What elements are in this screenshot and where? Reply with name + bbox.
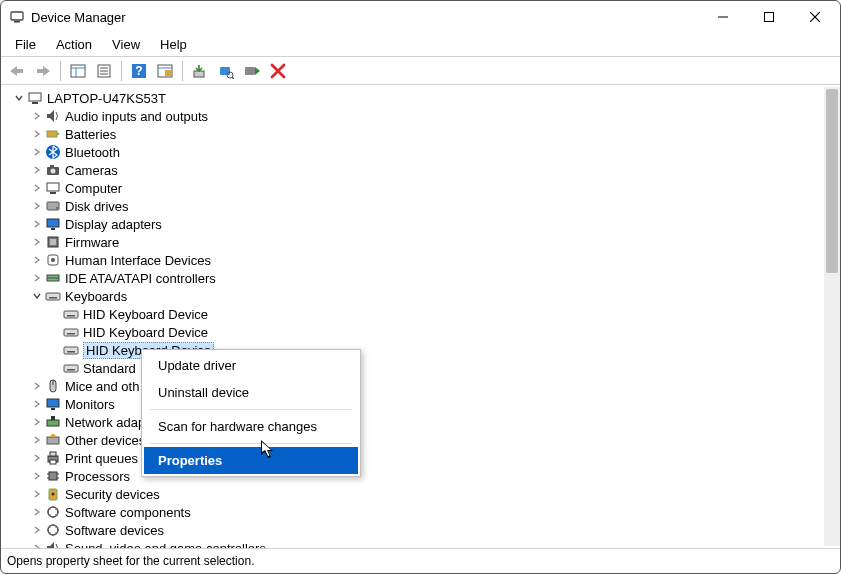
show-hide-console-button[interactable] xyxy=(66,59,90,83)
tree-node[interactable]: Sound, video and game controllers xyxy=(11,539,832,548)
expand-icon[interactable] xyxy=(29,526,45,534)
collapse-icon[interactable] xyxy=(11,94,27,102)
maximize-button[interactable] xyxy=(746,1,792,33)
expand-icon[interactable] xyxy=(29,184,45,192)
tree-node[interactable]: Batteries xyxy=(11,125,832,143)
context-menu-item[interactable]: Update driver xyxy=(144,352,358,379)
svg-rect-9 xyxy=(37,69,43,73)
svg-rect-7 xyxy=(17,69,23,73)
keyboard-icon xyxy=(63,342,79,358)
svg-rect-42 xyxy=(51,228,55,230)
expand-icon[interactable] xyxy=(29,148,45,156)
tree-node-label: Display adapters xyxy=(65,217,162,232)
expand-icon[interactable] xyxy=(29,454,45,462)
expand-icon[interactable] xyxy=(29,220,45,228)
tree-node[interactable]: Software components xyxy=(11,503,832,521)
svg-point-91 xyxy=(52,493,55,496)
tree-node[interactable]: Computer xyxy=(11,179,832,197)
computer-icon xyxy=(45,180,61,196)
tree-leaf[interactable]: HID Keyboard Device xyxy=(11,305,832,323)
software-icon xyxy=(45,522,61,538)
uninstall-device-toolbar-button[interactable] xyxy=(266,59,290,83)
svg-rect-23 xyxy=(220,67,230,75)
expand-icon[interactable] xyxy=(29,202,45,210)
close-button[interactable] xyxy=(792,1,838,33)
scrollbar-thumb[interactable] xyxy=(826,89,838,273)
help-toolbar-button[interactable]: ? xyxy=(127,59,151,83)
tree-node-label: Monitors xyxy=(65,397,115,412)
svg-rect-29 xyxy=(32,102,38,104)
expand-icon[interactable] xyxy=(29,382,45,390)
collapse-icon[interactable] xyxy=(29,292,45,300)
device-tree[interactable]: LAPTOP-U47KS53T Audio inputs and outputs… xyxy=(7,87,834,548)
tree-node[interactable]: Other devices xyxy=(11,431,832,449)
tree-node[interactable]: Human Interface Devices xyxy=(11,251,832,269)
context-menu-item[interactable]: Properties xyxy=(144,447,358,474)
context-menu-item[interactable]: Uninstall device xyxy=(144,379,358,406)
expand-icon[interactable] xyxy=(29,490,45,498)
tree-node[interactable]: IDE ATA/ATAPI controllers xyxy=(11,269,832,287)
expand-icon[interactable] xyxy=(29,472,45,480)
tree-node[interactable]: Security devices xyxy=(11,485,832,503)
tree-node[interactable]: Monitors xyxy=(11,395,832,413)
svg-rect-80 xyxy=(47,437,59,444)
forward-button[interactable] xyxy=(31,59,55,83)
tree-node[interactable]: Bluetooth xyxy=(11,143,832,161)
tree-node[interactable]: Processors xyxy=(11,467,832,485)
update-driver-toolbar-button[interactable] xyxy=(188,59,212,83)
expand-icon[interactable] xyxy=(29,130,45,138)
tree-node[interactable]: Display adapters xyxy=(11,215,832,233)
toolbar: ? xyxy=(1,57,840,85)
tree-node-label: Sound, video and game controllers xyxy=(65,541,266,549)
camera-icon xyxy=(45,162,61,178)
expand-icon[interactable] xyxy=(29,166,45,174)
svg-rect-21 xyxy=(165,70,171,76)
tree-leaf[interactable]: Standard xyxy=(11,359,832,377)
expand-icon[interactable] xyxy=(29,400,45,408)
expand-icon[interactable] xyxy=(29,112,45,120)
svg-rect-63 xyxy=(67,333,75,335)
enable-device-toolbar-button[interactable] xyxy=(240,59,264,83)
expand-icon[interactable] xyxy=(29,256,45,264)
software-icon xyxy=(45,504,61,520)
scan-hardware-toolbar-button[interactable] xyxy=(214,59,238,83)
expand-icon[interactable] xyxy=(29,508,45,516)
back-button[interactable] xyxy=(5,59,29,83)
tree-leaf[interactable]: HID Keyboard Device xyxy=(11,341,832,359)
svg-rect-0 xyxy=(11,12,23,20)
properties-toolbar-button[interactable] xyxy=(92,59,116,83)
expand-icon[interactable] xyxy=(29,436,45,444)
expand-icon[interactable] xyxy=(29,238,45,246)
menu-action[interactable]: Action xyxy=(46,34,102,55)
tree-node[interactable]: Firmware xyxy=(11,233,832,251)
tree-node[interactable]: Mice and oth xyxy=(11,377,832,395)
expand-icon[interactable] xyxy=(29,418,45,426)
tree-leaf-label: HID Keyboard Device xyxy=(83,307,208,322)
menu-view[interactable]: View xyxy=(102,34,150,55)
tree-node-label: Network adap xyxy=(65,415,145,430)
expand-icon[interactable] xyxy=(29,274,45,282)
computer-icon xyxy=(27,90,43,106)
toolbar-separator xyxy=(182,61,183,81)
menubar: File Action View Help xyxy=(1,33,840,57)
keyboard-icon xyxy=(63,324,79,340)
tree-node[interactable]: Audio inputs and outputs xyxy=(11,107,832,125)
svg-line-25 xyxy=(232,77,234,79)
menu-file[interactable]: File xyxy=(5,34,46,55)
tree-root[interactable]: LAPTOP-U47KS53T xyxy=(11,89,832,107)
tree-node[interactable]: Cameras xyxy=(11,161,832,179)
tree-node[interactable]: Disk drives xyxy=(11,197,832,215)
tree-node-label: Print queues xyxy=(65,451,138,466)
svg-rect-58 xyxy=(67,315,75,317)
tree-node[interactable]: Keyboards xyxy=(11,287,832,305)
vertical-scrollbar[interactable] xyxy=(824,87,840,546)
context-menu-item[interactable]: Scan for hardware changes xyxy=(144,413,358,440)
tree-node[interactable]: Print queues xyxy=(11,449,832,467)
tree-node[interactable]: Network adap xyxy=(11,413,832,431)
action-toolbar-button[interactable] xyxy=(153,59,177,83)
menu-help[interactable]: Help xyxy=(150,34,197,55)
minimize-button[interactable] xyxy=(700,1,746,33)
tree-leaf[interactable]: HID Keyboard Device xyxy=(11,323,832,341)
expand-icon[interactable] xyxy=(29,544,45,548)
tree-node[interactable]: Software devices xyxy=(11,521,832,539)
